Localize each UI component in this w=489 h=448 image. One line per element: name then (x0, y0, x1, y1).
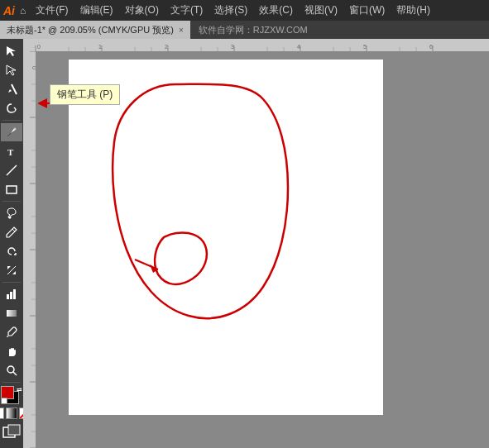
svg-point-6 (9, 217, 12, 219)
default-colors[interactable] (1, 398, 7, 404)
svg-line-0 (12, 84, 17, 94)
svg-rect-10 (13, 289, 16, 299)
swap-fill-stroke[interactable]: ⇄ (17, 386, 22, 393)
menu-help[interactable]: 帮助(H) (391, 2, 435, 19)
menu-file[interactable]: 文件(F) (31, 2, 73, 19)
svg-text:1: 1 (98, 44, 102, 50)
menu-view[interactable]: 视图(V) (300, 2, 343, 19)
svg-text:4: 4 (297, 44, 300, 50)
toolbar-divider-4 (2, 382, 21, 383)
active-tab[interactable]: 未标题-1* @ 209.05% (CMYK/GPU 预览) × (0, 21, 190, 39)
svg-point-2 (14, 128, 17, 131)
app-logo: Ai (3, 4, 15, 17)
svg-marker-1 (8, 89, 12, 93)
tab-bar: 未标题-1* @ 209.05% (CMYK/GPU 预览) × 软件自学网：R… (0, 21, 489, 39)
menu-bar: Ai ⌂ 文件(F) 编辑(E) 对象(O) 文字(T) 选择(S) 效果(C)… (0, 0, 489, 21)
tool-magic-wand[interactable] (1, 80, 22, 98)
svg-text:3: 3 (231, 44, 234, 50)
tool-hand[interactable] (1, 342, 22, 360)
tool-rotate[interactable] (1, 242, 22, 260)
toolbar-divider-2 (2, 201, 21, 202)
gradient-color-icon[interactable] (6, 407, 17, 419)
solid-color-icon[interactable] (0, 407, 4, 419)
home-icon[interactable]: ⌂ (20, 5, 26, 17)
canvas-area[interactable]: 0 1 2 3 4 (23, 39, 489, 448)
menu-text[interactable]: 文字(T) (165, 2, 208, 19)
svg-line-4 (7, 165, 17, 175)
svg-text:5: 5 (363, 44, 367, 50)
svg-text:2: 2 (165, 44, 168, 50)
tool-graph[interactable] (1, 285, 22, 303)
toolbar-left: T (0, 39, 23, 448)
tool-eyedropper[interactable] (1, 323, 22, 341)
drawing-area[interactable] (36, 51, 489, 448)
tool-type[interactable]: T (1, 142, 22, 160)
tool-paintbrush[interactable] (1, 204, 22, 222)
tool-pencil[interactable] (1, 223, 22, 241)
ruler-vertical: 0 (23, 51, 36, 448)
menu-edit[interactable]: 编辑(E) (75, 2, 118, 19)
tool-selection[interactable] (1, 42, 22, 60)
svg-text:6: 6 (429, 44, 433, 50)
svg-rect-5 (7, 186, 17, 193)
main-area: T (0, 39, 489, 448)
svg-rect-11 (7, 310, 17, 317)
tool-line[interactable] (1, 161, 22, 179)
artboard (69, 60, 383, 415)
svg-text:0: 0 (37, 44, 41, 50)
tab-close-button[interactable]: × (179, 26, 184, 35)
tool-scale[interactable] (1, 261, 22, 279)
toolbar-divider-1 (2, 120, 21, 121)
svg-rect-16 (23, 39, 489, 51)
svg-rect-15 (8, 425, 20, 435)
menu-select[interactable]: 选择(S) (209, 2, 252, 19)
tab-extra-info: 软件自学网：RJZXW.COM (190, 24, 316, 36)
svg-text:T: T (7, 147, 14, 157)
menu-object[interactable]: 对象(O) (120, 2, 164, 19)
svg-line-13 (13, 372, 17, 375)
tool-lasso[interactable] (1, 99, 22, 117)
tab-title: 未标题-1* @ 209.05% (CMYK/GPU 预览) (7, 24, 174, 36)
tool-gradient[interactable] (1, 304, 22, 322)
menu-effect[interactable]: 效果(C) (254, 2, 298, 19)
toolbar-divider-3 (2, 282, 21, 283)
tool-direct-selection[interactable] (1, 61, 22, 79)
tool-pen[interactable] (1, 123, 22, 141)
fill-stroke-selector[interactable]: ⇄ (1, 386, 22, 404)
svg-rect-9 (10, 292, 12, 299)
tool-zoom[interactable] (1, 361, 22, 379)
svg-point-12 (7, 366, 14, 373)
ruler-horizontal: 0 1 2 3 4 (23, 39, 489, 51)
svg-rect-8 (7, 294, 9, 299)
artboard-tool-bottom[interactable] (2, 424, 21, 441)
menu-window[interactable]: 窗口(W) (344, 2, 390, 19)
tool-rect[interactable] (1, 180, 22, 198)
